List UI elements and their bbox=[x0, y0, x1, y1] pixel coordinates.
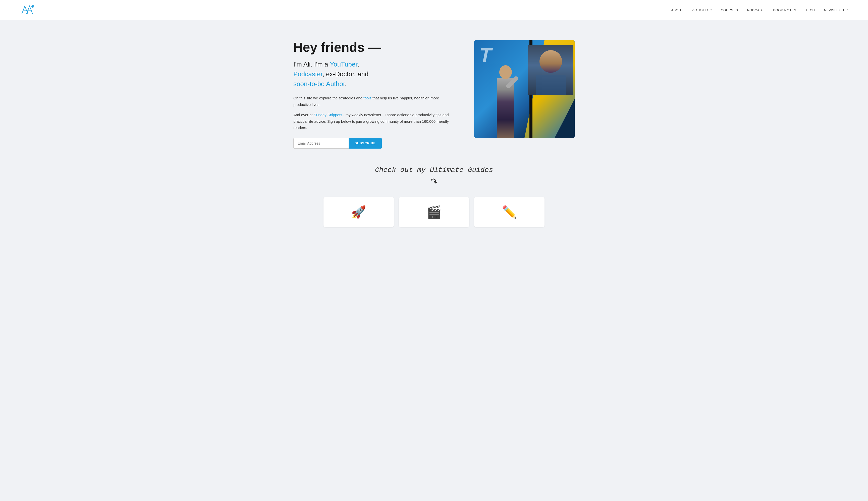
hero-image: T bbox=[474, 40, 575, 138]
body1-prefix: On this site we explore the strategies a… bbox=[293, 96, 364, 100]
intro-mid2: , ex-Doctor, and bbox=[323, 70, 369, 78]
stage-letter: T bbox=[479, 45, 492, 65]
hero-image-container: T bbox=[474, 40, 575, 138]
right-portrait bbox=[528, 45, 573, 95]
hero-intro: I'm Ali. I'm a YouTuber,Podcaster, ex-Do… bbox=[293, 60, 454, 89]
intro-mid1: , bbox=[357, 61, 359, 68]
guide-card-productivity[interactable]: 🚀 bbox=[324, 197, 394, 227]
subscribe-button[interactable]: SUBSCRIBE bbox=[348, 138, 382, 149]
stage-background: T bbox=[474, 40, 575, 138]
nav-menu: ABOUT ARTICLES ▾ COURSES PODCAST BOOK NO… bbox=[671, 8, 848, 12]
hero-section: Hey friends — I'm Ali. I'm a YouTuber,Po… bbox=[293, 40, 575, 149]
nav-book-notes[interactable]: BOOK NOTES bbox=[773, 8, 796, 12]
studying-icon: ✏️ bbox=[502, 205, 517, 219]
arrow-icon: ↷ bbox=[429, 176, 439, 188]
intro-suffix: . bbox=[345, 80, 347, 88]
presenter-figure bbox=[489, 65, 522, 138]
tools-link[interactable]: tools bbox=[364, 96, 372, 100]
logo-icon bbox=[20, 3, 35, 17]
email-input[interactable] bbox=[293, 138, 348, 149]
nav-articles[interactable]: ARTICLES bbox=[692, 8, 710, 12]
sunday-snippets-link[interactable]: Sunday Snippets bbox=[314, 113, 342, 117]
nav-courses[interactable]: COURSES bbox=[721, 8, 738, 12]
subscribe-form: SUBSCRIBE bbox=[293, 138, 454, 149]
youtuber-link[interactable]: YouTuber bbox=[330, 61, 357, 68]
youtube-icon: 🎬 bbox=[427, 205, 441, 219]
intro-prefix: I'm Ali. I'm a bbox=[293, 61, 330, 68]
productivity-icon: 🚀 bbox=[351, 205, 366, 219]
author-link[interactable]: soon-to-be Author bbox=[293, 80, 345, 88]
main-content: Hey friends — I'm Ali. I'm a YouTuber,Po… bbox=[283, 20, 585, 242]
guide-card-youtube[interactable]: 🎬 bbox=[399, 197, 469, 227]
guide-cards: 🚀 🎬 ✏️ bbox=[293, 197, 575, 227]
hero-body1: On this site we explore the strategies a… bbox=[293, 95, 454, 108]
logo[interactable] bbox=[20, 3, 35, 17]
nav-newsletter[interactable]: NEWSLETTER bbox=[824, 8, 848, 12]
hero-heading: Hey friends — bbox=[293, 40, 454, 54]
body2-prefix: And over at bbox=[293, 113, 314, 117]
nav-about[interactable]: ABOUT bbox=[671, 8, 683, 12]
navigation: ABOUT ARTICLES ▾ COURSES PODCAST BOOK NO… bbox=[0, 0, 868, 20]
nav-tech[interactable]: TECH bbox=[805, 8, 815, 12]
podcaster-link[interactable]: Podcaster bbox=[293, 70, 323, 78]
articles-dropdown-icon: ▾ bbox=[711, 9, 712, 11]
guide-card-studying[interactable]: ✏️ bbox=[474, 197, 544, 227]
guides-heading: Check out my Ultimate Guides bbox=[293, 166, 575, 174]
hero-body2: And over at Sunday Snippets - my weekly … bbox=[293, 112, 454, 131]
nav-podcast[interactable]: PODCAST bbox=[747, 8, 764, 12]
hero-text: Hey friends — I'm Ali. I'm a YouTuber,Po… bbox=[293, 40, 454, 149]
guides-section: Check out my Ultimate Guides ↷ 🚀 🎬 ✏️ bbox=[293, 166, 575, 227]
